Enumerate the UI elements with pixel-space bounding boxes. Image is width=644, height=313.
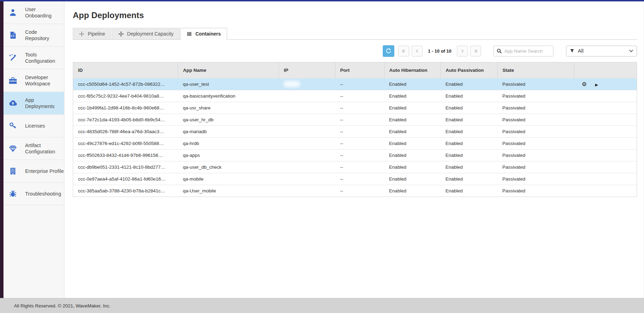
- table-row[interactable]: ccc-0e97aea4-a5af-4102-86a1-fd60e16…qa-m…: [73, 173, 637, 185]
- cell-state: Passivated: [497, 90, 574, 102]
- containers-table: ID App Name IP Port Auto Hibernation Aut…: [73, 62, 637, 197]
- cell-auto-hibernation: Enabled: [384, 102, 441, 114]
- cell-auto-hibernation: Enabled: [384, 125, 441, 137]
- cell-state: Passivated: [497, 149, 574, 161]
- row-settings-gear-icon[interactable]: ⚙: [582, 81, 587, 87]
- table-row[interactable]: ccc-db9be051-2331-4121-8c10-8bd277…qa-us…: [73, 161, 637, 173]
- cell-port: --: [335, 185, 384, 197]
- pipeline-icon: [79, 31, 84, 37]
- sidebar-item-label: Enterprise Profile: [25, 168, 64, 174]
- bug-icon: [8, 189, 17, 198]
- cell-port: --: [335, 78, 384, 90]
- ip-redacted-blur: [284, 164, 300, 170]
- last-page-icon: [473, 49, 478, 53]
- cell-actions: [574, 102, 637, 114]
- sidebar-item-app-deployments[interactable]: App Deployments: [3, 92, 64, 115]
- table-row[interactable]: ccc-ff502633-8432-41d4-97b6-996156…qa-ap…: [73, 149, 637, 161]
- cell-app-name: qa-mobile: [178, 173, 279, 185]
- ip-redacted-blur: [284, 188, 300, 194]
- cell-app-name: qa-mariadb: [178, 125, 279, 137]
- cell-auto-passivation: Enabled: [441, 137, 497, 149]
- cell-state: Passivated: [497, 125, 574, 137]
- cell-app-name: qa-user_db_check: [178, 161, 279, 173]
- cell-ip: [279, 185, 335, 197]
- cell-port: --: [335, 90, 384, 102]
- cell-app-name: qa-user_test: [178, 78, 279, 90]
- sidebar-item-tools-configuration[interactable]: Tools Configuration: [3, 47, 64, 69]
- tab-bar: Pipeline Deployment Capacity Containers: [73, 28, 637, 40]
- cell-app-name: qa-usr_share: [178, 102, 279, 114]
- sidebar-item-developer-workspace[interactable]: Developer Workspace: [3, 69, 64, 92]
- cell-auto-hibernation: Enabled: [384, 161, 441, 173]
- table-row[interactable]: ccc-49c27876-ed1c-4292-b0f8-550588…qa-hr…: [73, 137, 637, 149]
- pagination-range: 1 - 10 of 10: [428, 48, 451, 54]
- sidebar-item-troubleshooting[interactable]: Troubleshooting: [3, 183, 64, 205]
- cell-app-name: qa-apps: [178, 149, 279, 161]
- cell-ip: [279, 102, 335, 114]
- sidebar-nav: User Onboarding Code Repository Tools Co…: [3, 1, 64, 205]
- refresh-icon: [386, 48, 391, 54]
- app-name-search: [494, 46, 553, 56]
- column-header-ip: IP: [279, 62, 335, 78]
- tab-pipeline[interactable]: Pipeline: [73, 28, 111, 39]
- sidebar-item-user-onboarding[interactable]: User Onboarding: [3, 1, 64, 24]
- column-header-auto-hibernation: Auto Hibernation: [384, 62, 441, 78]
- sidebar-item-code-repository[interactable]: Code Repository: [3, 24, 64, 47]
- tab-label: Pipeline: [88, 31, 105, 37]
- sidebar-item-licenses[interactable]: Licenses: [3, 115, 64, 137]
- cell-state: Passivated: [497, 161, 574, 173]
- last-page-button[interactable]: [470, 46, 481, 56]
- cell-id: ccc-c5050d64-1452-4c57-872b-086322…: [73, 78, 178, 90]
- first-page-button[interactable]: [398, 46, 409, 56]
- cell-app-name: qa-user_hr_db: [178, 114, 279, 125]
- state-filter-select[interactable]: All: [566, 46, 637, 56]
- table-body: ccc-c5050d64-1452-4c57-872b-086322…qa-us…: [73, 78, 637, 197]
- cell-state: Passivated: [497, 185, 574, 197]
- table-row[interactable]: ccc-1b499fa1-2d98-416b-8c4b-960e68…qa-us…: [73, 102, 637, 114]
- table-row[interactable]: ccc-385aa5ab-3788-4230-b78a-b2841c…qa-Us…: [73, 185, 637, 197]
- first-page-icon: [402, 49, 406, 53]
- cell-auto-passivation: Enabled: [441, 78, 497, 90]
- tab-label: Deployment Capacity: [127, 31, 173, 37]
- ip-redacted-blur: [284, 152, 300, 158]
- ip-redacted-blur: [284, 93, 300, 99]
- sidebar-item-artifact-configuration[interactable]: Artifact Configuration: [3, 137, 64, 160]
- cell-auto-passivation: Enabled: [441, 114, 497, 125]
- sidebar: User Onboarding Code Repository Tools Co…: [0, 1, 64, 298]
- cell-port: --: [335, 173, 384, 185]
- cell-auto-passivation: Enabled: [441, 161, 497, 173]
- cell-actions: [574, 185, 637, 197]
- table-header: ID App Name IP Port Auto Hibernation Aut…: [73, 62, 637, 78]
- cell-port: --: [335, 149, 384, 161]
- cell-ip: [279, 125, 335, 137]
- table-row[interactable]: ccc-c5050d64-1452-4c57-872b-086322…qa-us…: [73, 78, 637, 90]
- sidebar-item-label: Developer Workspace: [25, 74, 62, 87]
- ip-redacted-blur: [284, 128, 300, 135]
- sidebar-item-enterprise-profile[interactable]: Enterprise Profile: [3, 160, 64, 183]
- table-row[interactable]: ccc-4835d026-788f-46ea-a76d-30aac3…qa-ma…: [73, 125, 637, 137]
- cell-id: ccc-385aa5ab-3788-4230-b78a-b2841c…: [73, 185, 178, 197]
- table-row[interactable]: ccc-7e72c1da-4193-4b05-b8d0-6b9c54…qa-us…: [73, 114, 637, 125]
- next-page-button[interactable]: [457, 46, 468, 56]
- table-row[interactable]: ccc-f85c75c2-9232-4ee7-b404-9810a8…qa-ba…: [73, 90, 637, 102]
- cell-auto-hibernation: Enabled: [384, 78, 441, 90]
- previous-page-button[interactable]: [412, 46, 422, 56]
- cell-ip: [279, 149, 335, 161]
- cell-auto-passivation: Enabled: [441, 173, 497, 185]
- cell-port: --: [335, 125, 384, 137]
- search-input[interactable]: [494, 46, 553, 56]
- cell-auto-hibernation: Enabled: [384, 137, 441, 149]
- cell-actions: [574, 173, 637, 185]
- cell-id: ccc-49c27876-ed1c-4292-b0f8-550588…: [73, 137, 178, 149]
- tab-containers[interactable]: Containers: [180, 28, 227, 40]
- column-header-id: ID: [73, 62, 178, 78]
- cell-ip: [279, 161, 335, 173]
- row-start-play-icon[interactable]: ▶: [595, 83, 598, 87]
- refresh-button[interactable]: [383, 45, 394, 57]
- ip-redacted-blur: [284, 116, 300, 123]
- sidebar-item-label: Troubleshooting: [25, 191, 62, 197]
- tab-deployment-capacity[interactable]: Deployment Capacity: [112, 28, 180, 39]
- sidebar-item-label: App Deployments: [25, 97, 62, 109]
- cell-actions: [574, 90, 637, 102]
- column-header-auto-passivation: Auto Passivation: [441, 62, 497, 78]
